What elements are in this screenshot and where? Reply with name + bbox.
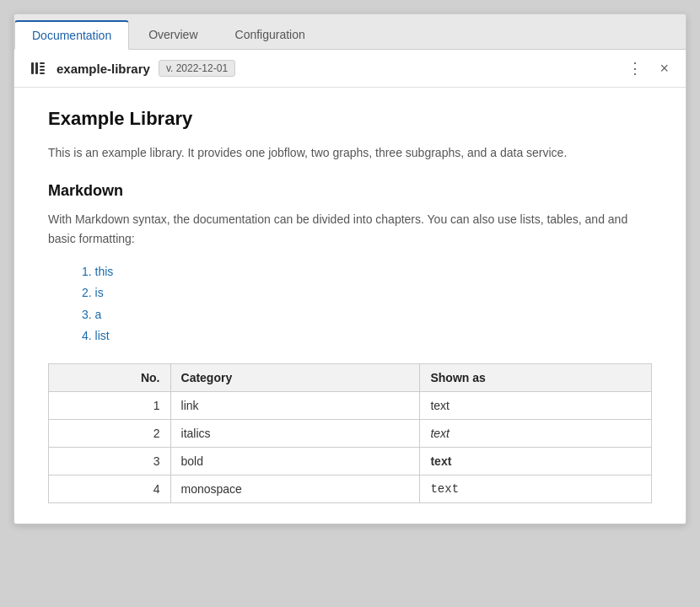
- formatting-table: No. Category Shown as 1linktext2italicst…: [48, 363, 652, 503]
- cell-category: link: [170, 391, 420, 419]
- svg-rect-5: [40, 73, 45, 74]
- table-row: 4monospacetext: [49, 475, 652, 502]
- header-actions: ⋮ ×: [624, 59, 672, 78]
- main-window: Documentation Overview Configuration exa…: [13, 13, 687, 524]
- cell-no: 1: [49, 391, 171, 419]
- svg-rect-4: [40, 69, 45, 71]
- intro-paragraph: This is an example library. It provides …: [48, 143, 652, 162]
- cell-no: 2: [49, 419, 171, 447]
- close-button[interactable]: ×: [656, 59, 672, 78]
- version-badge: v. 2022-12-01: [159, 60, 235, 77]
- col-header-no: No.: [49, 363, 171, 391]
- table-row: 2italicstext: [49, 419, 652, 447]
- table-row: 1linktext: [49, 391, 652, 419]
- content-area: Example Library This is an example libra…: [14, 88, 686, 524]
- cell-no: 3: [49, 447, 171, 475]
- list-item: 1. this: [82, 261, 652, 282]
- cell-shown-as: text: [420, 419, 652, 447]
- markdown-heading: Markdown: [48, 182, 652, 200]
- library-name: example-library: [57, 62, 150, 76]
- cell-shown-as: text: [420, 475, 652, 502]
- col-header-category: Category: [170, 363, 420, 391]
- cell-shown-as: text: [420, 447, 652, 475]
- col-header-shown-as: Shown as: [420, 363, 652, 391]
- library-icon: [28, 58, 48, 78]
- svg-rect-2: [40, 62, 45, 64]
- main-title: Example Library: [48, 108, 652, 130]
- tab-documentation[interactable]: Documentation: [14, 20, 129, 50]
- cell-category: monospace: [170, 475, 420, 502]
- svg-rect-0: [31, 62, 34, 74]
- cell-category: bold: [170, 447, 420, 475]
- tab-overview[interactable]: Overview: [131, 20, 215, 50]
- header-bar: example-library v. 2022-12-01 ⋮ ×: [14, 50, 686, 88]
- menu-button[interactable]: ⋮: [624, 59, 646, 78]
- tab-configuration[interactable]: Configuration: [218, 20, 323, 50]
- table-row: 3boldtext: [49, 447, 652, 475]
- list-item: 4. list: [82, 325, 652, 346]
- cell-no: 4: [49, 475, 171, 502]
- list-item: 2. is: [82, 282, 652, 304]
- svg-rect-3: [40, 66, 45, 67]
- table-header-row: No. Category Shown as: [49, 363, 652, 391]
- tab-bar: Documentation Overview Configuration: [14, 14, 686, 50]
- section-paragraph: With Markdown syntax, the documentation …: [48, 210, 652, 248]
- cell-category: italics: [170, 419, 420, 447]
- feature-list: 1. this 2. is 3. a 4. list: [48, 261, 652, 346]
- cell-shown-as: text: [420, 391, 652, 419]
- svg-rect-1: [35, 62, 38, 74]
- list-item: 3. a: [82, 304, 652, 325]
